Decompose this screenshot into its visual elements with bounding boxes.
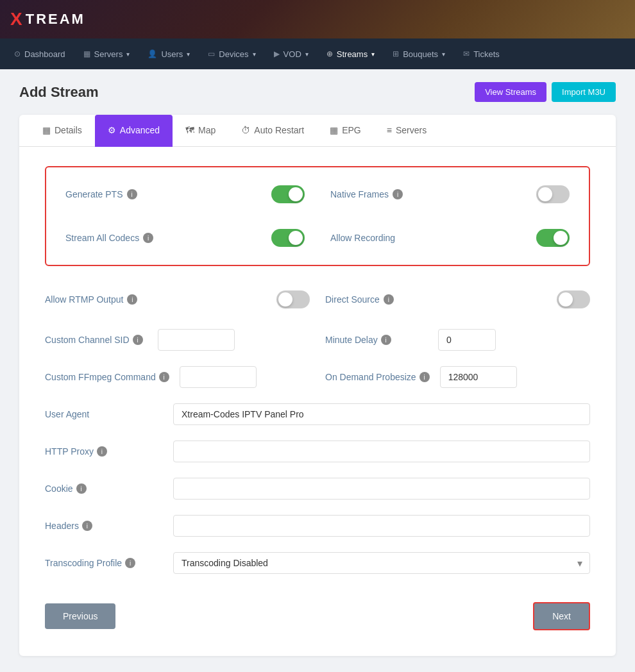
main-card: ▦ Details ⚙ Advanced 🗺 Map ⏱ Auto Restar… (19, 115, 616, 656)
nav-item-devices[interactable]: ▭ Devices ▾ (199, 38, 264, 69)
on-demand-probesize-info-icon[interactable]: i (419, 372, 430, 382)
toggle-grid: Generate PTS i Native Frames i (65, 180, 570, 252)
custom-channel-sid-info-icon[interactable]: i (133, 335, 143, 345)
minute-delay-group: Minute Delay i (325, 329, 590, 351)
stream-all-codecs-toggle[interactable] (271, 229, 305, 247)
map-tab-icon: 🗺 (185, 125, 194, 135)
auto-restart-tab-icon: ⏱ (241, 125, 250, 135)
import-m3u-button[interactable]: Import M3U (552, 82, 616, 102)
http-proxy-info-icon[interactable]: i (97, 446, 107, 457)
streams-chevron-icon: ▾ (371, 51, 375, 58)
on-demand-probesize-label: On Demand Probesize i (325, 372, 430, 382)
allow-recording-toggle[interactable] (536, 229, 570, 247)
direct-source-thumb (559, 292, 573, 307)
tab-servers[interactable]: ≡ Servers (374, 115, 439, 147)
generate-pts-toggle[interactable] (271, 185, 305, 203)
custom-channel-sid-label: Custom Channel SID i (45, 335, 148, 345)
transcoding-profile-label: Transcoding Profile i (45, 558, 160, 568)
minute-delay-input[interactable] (438, 329, 496, 351)
allow-rtmp-output-info-icon[interactable]: i (127, 294, 137, 305)
headers-input[interactable] (173, 515, 590, 537)
nav-item-tickets[interactable]: ✉ Tickets (454, 38, 509, 69)
native-frames-info-icon[interactable]: i (393, 189, 403, 199)
nav-item-bouquets[interactable]: ⊞ Bouquets ▾ (384, 38, 454, 69)
ffmpeg-probesize-row: Custom FFmpeg Command i On Demand Probes… (45, 366, 590, 388)
transcoding-profile-select[interactable]: Transcoding Disabled Default Custom (173, 552, 590, 574)
custom-ffmpeg-command-group: Custom FFmpeg Command i (45, 366, 310, 388)
header-buttons: View Streams Import M3U (475, 82, 616, 102)
stream-all-codecs-label: Stream All Codecs i (65, 233, 153, 243)
custom-ffmpeg-command-input[interactable] (180, 366, 257, 388)
users-icon: 👤 (148, 49, 157, 58)
generate-pts-label: Generate PTS i (65, 189, 137, 199)
direct-source-label: Direct Source i (325, 294, 394, 305)
servers-chevron-icon: ▾ (126, 51, 130, 58)
epg-tab-icon: ▦ (330, 125, 338, 135)
nav-item-users[interactable]: 👤 Users ▾ (139, 38, 199, 69)
dashboard-icon: ⊙ (14, 49, 21, 58)
custom-channel-sid-input[interactable] (158, 329, 235, 351)
nav-item-vod[interactable]: ▶ VOD ▾ (265, 38, 318, 69)
headers-info-icon[interactable]: i (82, 521, 92, 531)
user-agent-input[interactable] (173, 403, 590, 425)
on-demand-probesize-group: On Demand Probesize i (325, 366, 590, 388)
transcoding-profile-row: Transcoding Profile i Transcoding Disabl… (45, 552, 590, 574)
tabs: ▦ Details ⚙ Advanced 🗺 Map ⏱ Auto Restar… (19, 115, 616, 147)
tab-auto-restart[interactable]: ⏱ Auto Restart (228, 115, 317, 147)
user-agent-row: User Agent (45, 403, 590, 425)
on-demand-probesize-input[interactable] (440, 366, 517, 388)
tab-auto-restart-label: Auto Restart (254, 125, 304, 135)
content-area: Add Stream View Streams Import M3U ▦ Det… (0, 69, 635, 672)
allow-recording-row: Allow Recording (330, 224, 570, 252)
page-title: Add Stream (19, 84, 98, 101)
allow-recording-label: Allow Recording (330, 233, 395, 243)
allow-rtmp-output-toggle[interactable] (276, 290, 310, 308)
tab-details[interactable]: ▦ Details (30, 115, 95, 147)
custom-ffmpeg-info-icon[interactable]: i (159, 372, 169, 382)
view-streams-button[interactable]: View Streams (475, 82, 546, 102)
previous-button[interactable]: Previous (45, 603, 115, 629)
users-chevron-icon: ▾ (187, 51, 190, 58)
transcoding-profile-select-wrapper: Transcoding Disabled Default Custom (173, 552, 590, 574)
direct-source-info-icon[interactable]: i (384, 294, 394, 305)
native-frames-toggle[interactable] (536, 185, 570, 203)
allow-recording-thumb (554, 231, 568, 245)
tab-epg[interactable]: ▦ EPG (317, 115, 374, 147)
cookie-input[interactable] (173, 478, 590, 500)
nav-label-dashboard: Dashboard (24, 49, 65, 59)
top-header: X TREAM (0, 0, 635, 38)
cookie-info-icon[interactable]: i (76, 483, 87, 494)
minute-delay-info-icon[interactable]: i (381, 335, 391, 345)
generate-pts-row: Generate PTS i (65, 180, 305, 208)
highlighted-section: Generate PTS i Native Frames i (45, 166, 590, 266)
stream-all-codecs-info-icon[interactable]: i (143, 233, 153, 243)
headers-label: Headers i (45, 521, 160, 531)
rtmp-direct-row: Allow RTMP Output i Direct Source i (45, 285, 590, 314)
advanced-tab-icon: ⚙ (108, 125, 116, 135)
direct-source-row: Direct Source i (325, 285, 590, 314)
page-header: Add Stream View Streams Import M3U (19, 82, 616, 102)
native-frames-row: Native Frames i (330, 180, 570, 208)
devices-chevron-icon: ▾ (253, 51, 256, 58)
generate-pts-info-icon[interactable]: i (127, 189, 137, 199)
nav-item-dashboard[interactable]: ⊙ Dashboard (5, 38, 74, 69)
tab-map[interactable]: 🗺 Map (173, 115, 228, 147)
logo: X TREAM (10, 9, 85, 29)
http-proxy-input[interactable] (173, 441, 590, 462)
custom-channel-sid-group: Custom Channel SID i (45, 329, 310, 351)
tab-epg-label: EPG (342, 125, 361, 135)
next-button[interactable]: Next (533, 602, 590, 630)
transcoding-profile-info-icon[interactable]: i (125, 558, 135, 568)
tab-map-label: Map (198, 125, 216, 135)
allow-rtmp-output-row: Allow RTMP Output i (45, 285, 310, 314)
servers-icon: ▦ (83, 49, 90, 58)
tab-advanced[interactable]: ⚙ Advanced (95, 115, 173, 147)
direct-source-toggle[interactable] (557, 290, 590, 308)
streams-icon: ⊕ (326, 49, 333, 58)
nav-item-streams[interactable]: ⊕ Streams ▾ (318, 38, 384, 69)
bouquets-icon: ⊞ (393, 49, 399, 58)
nav-item-servers[interactable]: ▦ Servers ▾ (74, 38, 139, 69)
vod-chevron-icon: ▾ (305, 51, 309, 58)
stream-all-codecs-thumb (289, 231, 303, 245)
tab-details-label: Details (55, 125, 82, 135)
